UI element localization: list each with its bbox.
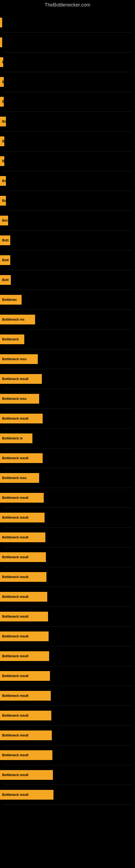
- bar-text-16: Bottleneck res: [1, 317, 26, 322]
- bar-row: Bottleneck result: [0, 607, 135, 626]
- bar-fill-39: Bottleneck result: [0, 770, 53, 780]
- bar-row: Bottleneck result: [0, 785, 135, 805]
- bar-text-9: Bo: [1, 179, 8, 183]
- bar-fill-17: Bottleneck: [0, 335, 24, 344]
- bar-fill-2: [0, 37, 2, 47]
- bar-fill-16: Bottleneck res: [0, 315, 35, 324]
- bar-row: Bot: [0, 211, 135, 230]
- bar-text-14: Bott: [1, 278, 10, 282]
- bar-fill-23: Bottleneck result: [0, 453, 43, 463]
- bar-fill-8: B: [0, 156, 4, 166]
- bar-text-33: Bottleneck result: [1, 654, 30, 659]
- bar-text-8: B: [1, 159, 6, 163]
- bar-fill-22: Bottleneck re: [0, 433, 32, 443]
- bar-row: B: [0, 131, 135, 151]
- bar-text-21: Bottleneck result: [1, 416, 30, 421]
- bar-text-7: B: [1, 139, 6, 144]
- bar-fill-7: B: [0, 136, 4, 146]
- bar-row: Bott: [0, 250, 135, 270]
- bar-fill-34: Bottleneck result: [0, 671, 50, 681]
- bar-row: Bottleneck result: [0, 745, 135, 765]
- bar-row: Bottleneck result: [0, 448, 135, 468]
- bar-text-28: Bottleneck result: [1, 555, 30, 560]
- bar-row: Bottleneck res: [0, 310, 135, 329]
- bar-fill-21: Bottleneck result: [0, 414, 43, 424]
- bar-text-19: Bottleneck result: [1, 376, 30, 381]
- bar-row: Bo: [0, 171, 135, 191]
- bar-row: Bo: [0, 191, 135, 211]
- bar-row: Bottleneck result: [0, 725, 135, 745]
- bar-text-34: Bottleneck result: [1, 674, 30, 678]
- bar-fill-18: Bottleneck resu: [0, 354, 38, 364]
- bar-row: Bottleneck result: [0, 666, 135, 686]
- bar-fill-19: Bottleneck result: [0, 374, 42, 384]
- bar-text-30: Bottleneck result: [1, 594, 30, 599]
- bar-fill-4: B: [0, 77, 4, 87]
- bar-row: Bottleneck result: [0, 587, 135, 607]
- bar-fill-37: Bottleneck result: [0, 731, 52, 740]
- bar-fill-32: Bottleneck result: [0, 631, 49, 641]
- bar-row: Bott: [0, 270, 135, 290]
- bar-row: Bottlenec: [0, 290, 135, 310]
- bar-row: B: [0, 72, 135, 92]
- bar-fill-33: Bottleneck result: [0, 651, 49, 661]
- bar-fill-5: E: [0, 97, 4, 106]
- bar-text-27: Bottleneck result: [1, 535, 30, 540]
- bar-text-15: Bottlenec: [1, 297, 18, 302]
- bar-fill-11: Bot: [0, 216, 8, 225]
- bar-row: Bottleneck result: [0, 686, 135, 706]
- bar-text-29: Bottleneck result: [1, 575, 30, 579]
- bar-text-18: Bottleneck resu: [1, 357, 28, 362]
- bar-row: B: [0, 151, 135, 171]
- bar-fill-31: Bottleneck result: [0, 612, 48, 621]
- bar-row: [0, 33, 135, 52]
- bar-text-25: Bottleneck result: [1, 495, 30, 500]
- bar-text-6: Bo: [1, 119, 8, 124]
- bar-text-35: Bottleneck result: [1, 693, 30, 698]
- bar-row: [0, 13, 135, 32]
- bar-fill-13: Bott: [0, 255, 10, 265]
- bar-fill-9: Bo: [0, 176, 6, 186]
- bar-text-36: Bottleneck result: [1, 713, 30, 718]
- bar-text-17: Bottleneck: [1, 337, 20, 342]
- bar-text-11: Bot: [1, 218, 9, 223]
- bar-fill-29: Bottleneck result: [0, 572, 46, 582]
- bar-row: Bottleneck: [0, 330, 135, 349]
- bar-row: Bottleneck result: [0, 547, 135, 567]
- bar-row: Bottleneck result: [0, 369, 135, 389]
- bar-text-32: Bottleneck result: [1, 634, 30, 639]
- bars-container: EBEBoBBBoBoBotBottBottBottBottlenecBottl…: [0, 10, 135, 807]
- bar-fill-15: Bottlenec: [0, 295, 21, 305]
- bar-text-31: Bottleneck result: [1, 614, 30, 619]
- bar-row: E: [0, 52, 135, 72]
- bar-text-39: Bottleneck result: [1, 773, 30, 777]
- site-title: TheBottlenecker.com: [0, 0, 135, 10]
- bar-fill-27: Bottleneck result: [0, 532, 45, 542]
- bar-row: Bottleneck resu: [0, 468, 135, 488]
- bar-row: Bottleneck result: [0, 409, 135, 428]
- bar-row: Bottleneck result: [0, 627, 135, 646]
- bar-text-23: Bottleneck result: [1, 456, 30, 461]
- bar-row: Bottleneck result: [0, 706, 135, 725]
- bar-text-24: Bottleneck resu: [1, 475, 28, 480]
- bar-row: Bottleneck re: [0, 429, 135, 448]
- bar-row: Bottleneck result: [0, 646, 135, 666]
- bar-row: Bottleneck result: [0, 488, 135, 507]
- bar-fill-10: Bo: [0, 196, 6, 206]
- bar-fill-26: Bottleneck result: [0, 513, 45, 522]
- bar-fill-36: Bottleneck result: [0, 711, 51, 720]
- bar-row: Bottleneck resu: [0, 389, 135, 408]
- bar-fill-24: Bottleneck resu: [0, 473, 39, 483]
- bar-row: Bottleneck result: [0, 508, 135, 527]
- bar-text-10: Bo: [1, 198, 8, 203]
- bar-row: Bottleneck result: [0, 765, 135, 785]
- bar-row: Bott: [0, 230, 135, 250]
- bar-fill-14: Bott: [0, 275, 11, 285]
- bar-row: Bottleneck result: [0, 567, 135, 587]
- bar-fill-12: Bott: [0, 236, 10, 245]
- bar-text-5: E: [1, 99, 5, 104]
- bar-row: Bottleneck resu: [0, 349, 135, 369]
- bar-text-38: Bottleneck result: [1, 753, 30, 757]
- bar-fill-1: [0, 18, 2, 27]
- bar-fill-3: E: [0, 57, 3, 67]
